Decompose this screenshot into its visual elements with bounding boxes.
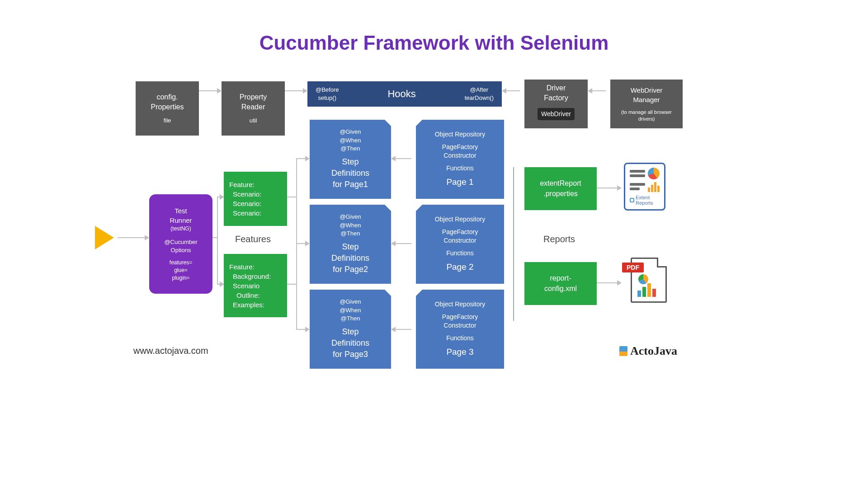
pdf-badge: PDF [622,263,644,272]
box-config-properties: config. Properties file [136,81,199,136]
txt: Property [240,93,267,101]
box-stepdef-3: @Given @When @Then Step Definitions for … [310,290,391,369]
txt: @Then [340,145,361,153]
txt: plugin= [172,274,189,282]
txt: Constructor [443,151,476,160]
txt: Page 3 [446,346,473,358]
txt: config.xml [544,284,577,294]
box-property-reader: Property Reader util [222,81,285,136]
txt: Scenario: [229,199,261,208]
txt: Step [342,241,359,253]
txt: for Page1 [333,179,368,190]
logo-actojava: ActoJava [619,344,677,358]
txt: Object Repository [435,215,485,224]
txt: Scenario [229,281,259,291]
icon-pdf-report: PDF [631,258,667,303]
txt: @After [465,86,494,94]
box-stepdef-2: @Given @When @Then Step Definitions for … [310,205,391,284]
txt: Background: [229,272,271,281]
box-webdriver-manager: WebDriver Manager (to manage all browser… [610,80,683,128]
txt: @Given [340,128,361,136]
txt: Hooks [387,87,415,101]
txt: Object Repository [435,130,485,139]
box-extent-properties: extentReport .properties [524,167,597,210]
txt: (testNG) [170,225,191,233]
txt: for Page3 [333,349,368,360]
txt: features= [170,259,192,267]
txt: Page 2 [446,261,473,273]
box-hooks: @Before setup() Hooks @After tearDown() [307,81,502,107]
txt: PageFactory [442,313,478,322]
box-page-3: Object Repository PageFactory Constructo… [416,290,504,369]
txt: .properties [543,189,578,199]
txt: Functions [446,334,474,343]
txt: Feature: [229,262,255,272]
icon-extent-report: ExtentReports [624,163,665,211]
txt: Definitions [331,338,369,349]
txt: Scenario: [229,208,261,218]
box-driver-factory: Driver Factory WebDriver [524,80,588,128]
box-feature-2: Feature: Background: Scenario Outline: E… [224,254,287,317]
txt: Manager [633,96,660,103]
box-stepdef-1: @Given @When @Then Step Definitions for … [310,120,391,199]
txt: Definitions [331,168,369,179]
txt: @Given [340,213,361,221]
txt: (to manage all browser drivers) [613,109,680,123]
footer-url: www.actojava.com [133,346,208,356]
txt: WebDriver [631,86,663,94]
txt: Functions [446,249,474,258]
txt: Factory [544,94,568,102]
txt: Outline: [229,291,260,300]
txt: Examples: [229,300,264,310]
txt: util [250,117,257,125]
txt: Runner [170,216,192,225]
box-feature-1: Feature: Scenario: Scenario: Scenario: [224,172,287,226]
txt: extentReport [540,178,581,188]
txt: Object Repository [435,300,485,309]
txt: Step [342,156,359,168]
txt: for Page2 [333,264,368,275]
box-report-config-xml: report- config.xml [524,262,597,305]
box-page-1: Object Repository PageFactory Constructo… [416,120,504,199]
txt: Constructor [443,321,476,330]
txt: Extent [636,195,650,200]
txt: Reader [241,103,265,111]
diagram-title: Cucumber Framework with Selenium [108,32,760,54]
txt: tearDown() [465,94,494,102]
txt: Reports [636,200,653,206]
txt: @Then [340,314,361,323]
txt: @When [340,136,361,145]
txt: @Given [340,298,361,306]
txt: @Before [316,86,339,94]
txt: Driver [547,84,566,92]
txt: Test [175,206,187,216]
txt: Scenario: [229,189,261,199]
box-page-2: Object Repository PageFactory Constructo… [416,205,504,284]
txt: glue= [174,267,188,274]
box-test-runner: Test Runner (testNG) @Cucumber Options f… [149,194,212,294]
chip-webdriver: WebDriver [538,108,575,121]
txt: Constructor [443,236,476,245]
txt: config. [156,93,178,101]
txt: Feature: [229,180,255,189]
txt: PageFactory [442,143,478,152]
separator-reports [513,167,514,321]
logo-text: ActoJava [630,344,677,358]
txt: Definitions [331,253,369,264]
txt: file [164,117,171,125]
play-icon [95,226,114,249]
txt: setup() [316,94,339,102]
label-reports: Reports [543,234,575,244]
txt: Options [171,246,191,254]
txt: @Then [340,230,361,238]
txt: @When [340,306,361,314]
logo-mark-icon [619,346,627,356]
txt: PageFactory [442,228,478,237]
label-features: Features [235,234,271,244]
txt: Functions [446,164,474,173]
txt: report- [550,273,571,283]
txt: @Cucumber [164,238,197,246]
txt: @When [340,221,361,230]
txt: Step [342,326,359,338]
txt: Properties [151,103,184,111]
